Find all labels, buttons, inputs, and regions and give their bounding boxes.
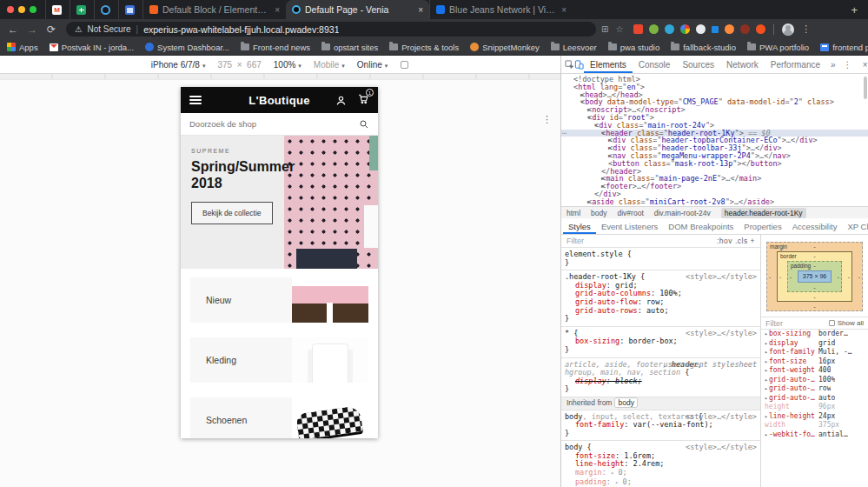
dom-node[interactable]: ▶<aside class="miniCart-root-2v8">…</asi…: [573, 198, 868, 206]
category-card[interactable]: Kleding: [190, 337, 368, 383]
show-all-checkbox[interactable]: [829, 320, 835, 326]
bookmark-item[interactable]: System Dashboar...: [145, 43, 229, 52]
computed-filter-input[interactable]: Filter: [765, 319, 783, 328]
computed-property[interactable]: ▸font-familyMuli, -…: [761, 348, 868, 357]
hero-cta-button[interactable]: Bekijk de collectie: [191, 202, 273, 224]
bookmark-item[interactable]: fallback-studio: [671, 43, 736, 52]
devtools-close-icon[interactable]: ×: [858, 60, 868, 70]
bookmark-item[interactable]: Apps: [7, 43, 38, 52]
reload-button[interactable]: ⟳: [43, 23, 59, 36]
tab-dom-breakpoints[interactable]: DOM Breakpoints: [663, 218, 739, 234]
computed-property[interactable]: ▸grid-auto-flowrow: [761, 384, 868, 394]
box-model-diagram[interactable]: margin - - - - border - - - - padding: [761, 235, 868, 317]
minimize-window-button[interactable]: [18, 6, 25, 13]
account-icon[interactable]: [335, 95, 347, 106]
url-text[interactable]: experius-pwa-whitelabel-fjjuh.local.pwad…: [143, 24, 339, 35]
browser-tab[interactable]: Blue Jeans Network | Video Co×: [429, 0, 573, 19]
computed-property[interactable]: ▸box-sizingborder…: [761, 330, 868, 339]
css-declaration[interactable]: grid-auto-rows: auto;: [565, 307, 757, 316]
styles-filter-input[interactable]: Filter: [567, 237, 584, 245]
maximize-window-button[interactable]: [30, 6, 36, 13]
inspect-element-icon[interactable]: [565, 59, 574, 70]
collapse-arrow-icon[interactable]: ▼: [594, 122, 598, 130]
tab-event-listeners[interactable]: Event Listeners: [596, 218, 663, 234]
bookmark-item[interactable]: PWA portfolio: [747, 43, 809, 52]
orange-extension[interactable]: [756, 24, 765, 34]
browser-tab[interactable]: Default Block / Elements / Con×: [142, 0, 286, 19]
computed-property[interactable]: ▸grid-auto-rowsauto: [761, 394, 868, 404]
rule-origin[interactable]: <style>…</style>: [686, 273, 757, 282]
back-button[interactable]: ←: [5, 23, 21, 36]
bookmark-item[interactable]: Front-end news: [241, 43, 310, 52]
css-declaration[interactable]: padding: ▸ 0;: [565, 478, 757, 487]
computed-property[interactable]: height96px: [761, 403, 868, 412]
tab-close-icon[interactable]: ×: [418, 5, 423, 15]
bookmark-item[interactable]: Leesvoer: [551, 43, 597, 52]
tab-accessibility[interactable]: Accessibility: [787, 218, 843, 234]
throttle-select[interactable]: Mobile▾: [314, 60, 345, 70]
collapse-arrow-icon[interactable]: ▼: [587, 114, 591, 122]
browser-tab[interactable]: Default Page - Venia×: [286, 0, 429, 19]
computed-property[interactable]: ▸grid-auto-colum…100%: [761, 376, 868, 385]
computed-property[interactable]: width375px: [761, 421, 868, 430]
window-pinned-tab[interactable]: [118, 0, 141, 19]
sheets-pinned-tab[interactable]: [70, 0, 92, 19]
chrome-menu-icon[interactable]: ⋮: [798, 23, 814, 35]
close-window-button[interactable]: [7, 6, 14, 13]
bookmark-item[interactable]: frontend presenta...: [820, 43, 868, 52]
ring-pinned-tab[interactable]: [94, 0, 116, 19]
tab-close-icon[interactable]: ×: [275, 5, 280, 15]
security-label[interactable]: Not Secure: [88, 24, 131, 34]
category-card[interactable]: Nieuw: [190, 277, 368, 323]
bookmark-item[interactable]: Postvak IN - jorda...: [50, 43, 134, 52]
bookmark-item[interactable]: pwa studio: [608, 43, 659, 52]
blue-extension[interactable]: [665, 24, 674, 34]
viewport-height-field[interactable]: 667: [247, 60, 262, 70]
breadcrumb-item[interactable]: header.header-root-1Ky: [721, 208, 806, 218]
zoom-select[interactable]: 100%▾: [274, 60, 301, 70]
computed-property[interactable]: ▸line-height24px: [761, 412, 868, 422]
bookmark-item[interactable]: opstart sites: [321, 43, 378, 52]
computed-property[interactable]: ▸font-size16px: [761, 357, 868, 367]
rule-origin[interactable]: <style>…</style>: [686, 330, 757, 338]
inherited-link[interactable]: body: [614, 397, 637, 408]
tab-sources[interactable]: Sources: [676, 56, 720, 73]
tab-elements[interactable]: Elements: [584, 56, 633, 73]
bookmark-star-icon[interactable]: ☆: [615, 24, 623, 34]
devtools-tabs-overflow[interactable]: »: [826, 60, 840, 70]
tab-styles[interactable]: Styles: [563, 218, 596, 234]
tab-network[interactable]: Network: [720, 56, 765, 73]
red-square-extension[interactable]: [633, 24, 643, 34]
address-bar[interactable]: ⚠ Not Secure | experius-pwa-whitelabel-f…: [66, 22, 596, 37]
new-tab-button[interactable]: +: [842, 3, 868, 19]
collapse-arrow-icon[interactable]: ▼: [601, 130, 605, 137]
dark-red-extension[interactable]: [740, 24, 750, 34]
gmail-pinned-tab[interactable]: [45, 0, 68, 19]
tab-properties[interactable]: Properties: [739, 218, 786, 234]
translate-icon[interactable]: ⊞: [601, 24, 608, 34]
breadcrumb-item[interactable]: html: [567, 209, 580, 217]
light-extension[interactable]: [696, 24, 706, 34]
tab-console[interactable]: Console: [633, 56, 677, 73]
bookmark-item[interactable]: Projects & tools: [389, 43, 459, 52]
green-extension[interactable]: [649, 24, 659, 34]
device-toolbar-menu-icon[interactable]: ⋮: [542, 114, 552, 125]
css-declaration[interactable]: display: block;: [565, 377, 757, 386]
tab-xp-chrometools[interactable]: XP ChromeTools: [842, 218, 868, 234]
breadcrumb-item[interactable]: body: [591, 209, 606, 217]
device-toggle-icon[interactable]: [574, 59, 584, 70]
rule-selector[interactable]: element.style {: [565, 250, 757, 259]
blue-square-extension[interactable]: [712, 26, 719, 33]
devtools-menu-icon[interactable]: ⋮: [840, 60, 856, 70]
search-icon[interactable]: [359, 119, 369, 130]
css-declaration[interactable]: box-sizing: border-box;: [565, 337, 757, 346]
css-declaration[interactable]: font-family: var(--venia-font);: [565, 421, 757, 430]
rule-origin[interactable]: <style>…</style>: [686, 444, 757, 452]
search-input[interactable]: Doorzoek de shop: [181, 113, 378, 136]
forward-button[interactable]: →: [24, 23, 40, 36]
rule-origin[interactable]: user agent stylesheet: [664, 361, 757, 370]
bookmark-item[interactable]: SnippetMonkey: [470, 43, 539, 52]
collapse-arrow-icon[interactable]: ▼: [580, 98, 584, 106]
category-card[interactable]: Schoenen: [190, 397, 368, 438]
profile-avatar[interactable]: [782, 23, 794, 36]
